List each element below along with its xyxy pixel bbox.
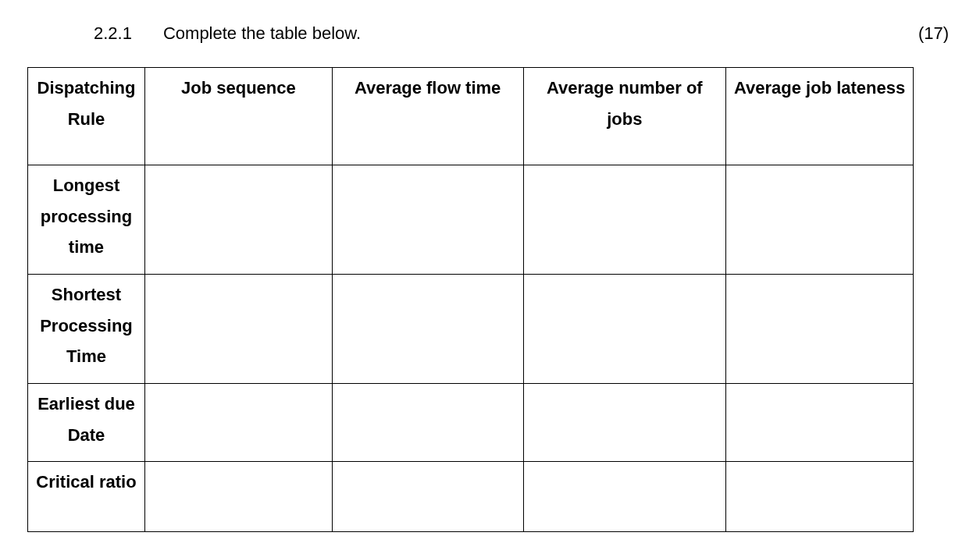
table-row: Shortest Processing Time bbox=[28, 275, 914, 384]
header-numjobs: Average number of jobs bbox=[523, 68, 726, 165]
cell-flow bbox=[332, 165, 523, 275]
dispatching-table: Dispatching Rule Job sequence Average fl… bbox=[27, 67, 914, 532]
header-flow: Average flow time bbox=[332, 68, 523, 165]
question-marks: (17) bbox=[918, 23, 949, 44]
cell-numjobs bbox=[523, 384, 726, 462]
table-row: Longest processing time bbox=[28, 165, 914, 275]
cell-sequence bbox=[144, 275, 332, 384]
cell-numjobs bbox=[523, 462, 726, 532]
cell-sequence bbox=[144, 462, 332, 532]
table-header-row: Dispatching Rule Job sequence Average fl… bbox=[28, 68, 914, 165]
cell-flow bbox=[332, 462, 523, 532]
question-text: Complete the table below. bbox=[163, 23, 918, 44]
table-row: Critical ratio bbox=[28, 462, 914, 532]
question-header: 2.2.1 Complete the table below. (17) bbox=[23, 23, 957, 44]
cell-rule: Longest processing time bbox=[28, 165, 145, 275]
header-sequence: Job sequence bbox=[144, 68, 332, 165]
header-lateness: Average job lateness bbox=[726, 68, 914, 165]
cell-lateness bbox=[726, 165, 914, 275]
cell-rule: Critical ratio bbox=[28, 462, 145, 532]
cell-numjobs bbox=[523, 275, 726, 384]
cell-rule: Earliest due Date bbox=[28, 384, 145, 462]
cell-lateness bbox=[726, 275, 914, 384]
table-row: Earliest due Date bbox=[28, 384, 914, 462]
cell-lateness bbox=[726, 462, 914, 532]
cell-numjobs bbox=[523, 165, 726, 275]
cell-sequence bbox=[144, 384, 332, 462]
cell-flow bbox=[332, 384, 523, 462]
cell-flow bbox=[332, 275, 523, 384]
cell-lateness bbox=[726, 384, 914, 462]
cell-rule: Shortest Processing Time bbox=[28, 275, 145, 384]
cell-sequence bbox=[144, 165, 332, 275]
header-rule: Dispatching Rule bbox=[28, 68, 145, 165]
question-number: 2.2.1 bbox=[94, 23, 132, 44]
